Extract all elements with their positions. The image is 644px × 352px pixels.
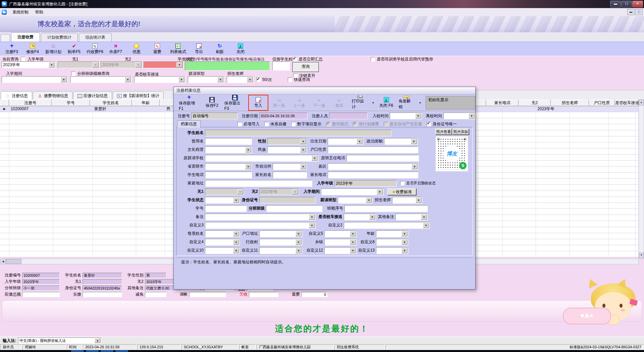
fuzzy-wrap[interactable]: 分班班级模糊查询 xyxy=(71,71,109,77)
taskbar-item[interactable] xyxy=(115,350,128,352)
dialog-save-button[interactable]: 保存F2 xyxy=(203,96,221,110)
chevron-down-icon[interactable]: ▼ xyxy=(233,197,239,203)
minimize-button[interactable]: ▬ xyxy=(610,1,621,7)
form-province-select[interactable]: ▼ xyxy=(205,163,252,170)
form-pre-collect-wrap[interactable]: 是否开启预收状态 xyxy=(400,181,436,186)
table-header-家长电话[interactable]: 家长电话 xyxy=(486,99,518,106)
chevron-down-icon[interactable]: ▼ xyxy=(416,197,422,203)
dialog-save-exit-button[interactable]: 保存退出F3 xyxy=(223,96,247,110)
chevron-down-icon[interactable]: ▼ xyxy=(125,77,131,82)
chevron-down-icon[interactable]: ▼ xyxy=(366,197,372,203)
dialog-close-button[interactable]: 关闭 F6 xyxy=(377,96,396,110)
training-checkbox-wrap[interactable]: 是否培训类学校且启用代管预存 xyxy=(371,56,433,62)
class-type-filter-select[interactable]: ▼ xyxy=(188,76,224,83)
form-custom5-select[interactable]: ▼ xyxy=(324,230,357,237)
toolbar-refund-button[interactable]: 退费 xyxy=(147,43,168,55)
toolbar-close-button[interactable]: 关闭 xyxy=(230,43,251,55)
dialog-unique-id-checkbox-wrap[interactable]: 身份证号唯一 xyxy=(427,121,457,127)
chevron-down-icon[interactable]: ▼ xyxy=(61,77,67,82)
scroll-thumb[interactable] xyxy=(6,259,21,264)
chevron-down-icon[interactable]: ▼ xyxy=(421,214,427,220)
chevron-down-icon[interactable]: ▼ xyxy=(245,164,251,169)
close-button[interactable]: ✕ xyxy=(632,1,643,7)
form-village-select[interactable]: ▼ xyxy=(259,239,302,246)
form-custom3-select[interactable]: ▼ xyxy=(205,222,316,229)
tab-summary-table[interactable]: 综合统计表 xyxy=(79,33,112,42)
perpage-checkbox[interactable] xyxy=(256,78,261,82)
form-school-bus-select[interactable]: ▼ xyxy=(344,214,376,220)
chevron-down-icon[interactable]: ▼ xyxy=(469,113,475,119)
chevron-down-icon[interactable]: ▼ xyxy=(95,338,101,343)
table-header-招生老师[interactable]: 招生老师 xyxy=(551,99,589,106)
chevron-down-icon[interactable]: ▼ xyxy=(309,214,315,220)
toolbar-make-bill-button[interactable]: 制单F5 xyxy=(64,43,85,55)
period-filter-select[interactable]: ▼ xyxy=(2,76,67,83)
row-selector[interactable] xyxy=(0,239,9,245)
toolbar-collect-fee-button[interactable]: 代收费F6 xyxy=(85,43,105,55)
dialog-init-display-button[interactable]: 初始化显示 xyxy=(426,96,475,109)
quick-checkbox[interactable] xyxy=(288,78,292,82)
row-selector[interactable] xyxy=(0,203,9,209)
grade-filter-checkbox[interactable] xyxy=(21,57,25,61)
status-filter-select[interactable]: ▼ xyxy=(144,61,183,68)
toolbar-register-button[interactable]: 注册F3 xyxy=(1,43,22,55)
form-custom6-select[interactable]: ▼ xyxy=(376,239,408,246)
chevron-down-icon[interactable]: ▼ xyxy=(176,62,182,68)
form-household-address-select[interactable]: ▼ xyxy=(259,230,302,237)
toolbar-void-button[interactable]: 作废F7 xyxy=(105,43,126,55)
form-ethnicity-select[interactable]: ▼ xyxy=(267,146,307,153)
dialog-unlock-button[interactable]: 免签解锁 xyxy=(397,96,417,110)
row-selector[interactable] xyxy=(0,215,9,221)
form-political-status-select[interactable]: ▼ xyxy=(384,138,418,145)
perpage-wrap[interactable]: 50/次 xyxy=(256,77,272,83)
dialog-unique-id-checkbox[interactable] xyxy=(427,122,431,126)
chevron-down-icon[interactable]: ▼ xyxy=(247,77,253,82)
form-student-phone-input[interactable] xyxy=(205,172,252,178)
row-selector[interactable] xyxy=(0,227,9,233)
chevron-down-icon[interactable]: ▼ xyxy=(350,239,356,245)
chevron-down-icon[interactable]: ▼ xyxy=(418,101,422,104)
chevron-down-icon[interactable]: ▼ xyxy=(300,147,306,152)
chevron-down-icon[interactable]: ▼ xyxy=(411,139,417,144)
menu-system-control[interactable]: 系统控制 xyxy=(9,9,32,16)
chevron-down-icon[interactable]: ▼ xyxy=(217,77,223,82)
row-selector[interactable] xyxy=(0,209,9,215)
tab-due-plan[interactable]: 应缴计划信息 xyxy=(73,91,112,100)
recruiter-filter-select[interactable]: ▼ xyxy=(227,76,254,83)
row-selector[interactable] xyxy=(0,130,9,136)
toolbar-export-button[interactable]: 导出 xyxy=(189,43,209,55)
row-selector[interactable] xyxy=(0,185,9,191)
chevron-down-icon[interactable]: ▼ xyxy=(401,231,408,236)
row-selector[interactable] xyxy=(0,197,9,203)
row-selector[interactable] xyxy=(0,112,9,118)
photo-view-button[interactable]: 照片查看 xyxy=(435,129,452,135)
toolbar-refresh-button[interactable]: 刷新 xyxy=(209,43,230,55)
row-selector[interactable] xyxy=(0,161,9,167)
search-input[interactable] xyxy=(185,61,270,71)
table-header-学号[interactable]: 学号 xyxy=(52,99,90,106)
form-mother-name-select[interactable]: ▼ xyxy=(205,230,240,237)
scroll-down-icon[interactable]: ▼ xyxy=(639,253,644,258)
bus-filter-select[interactable]: ▼ xyxy=(134,76,185,83)
row-selector[interactable] xyxy=(0,173,9,179)
row-selector[interactable]: ▶ xyxy=(0,106,9,112)
table-header-年龄[interactable]: 年龄 xyxy=(132,99,160,106)
table-header-学生姓名[interactable]: 学生姓名 xyxy=(90,99,132,106)
leave-time-select[interactable]: ▼ xyxy=(443,113,475,119)
form-class-type-select[interactable]: ▼ xyxy=(338,197,373,204)
row-selector[interactable] xyxy=(0,124,9,130)
chevron-down-icon[interactable]: ▼ xyxy=(401,248,408,253)
chevron-down-icon[interactable]: ▼ xyxy=(296,248,302,253)
tab-register-info[interactable]: 注册信息 xyxy=(1,91,32,100)
tab-plan-stats[interactable]: 计划收费统计 xyxy=(41,33,78,42)
chevron-down-icon[interactable]: ▼ xyxy=(309,223,315,228)
chevron-down-icon[interactable]: ▼ xyxy=(296,239,302,245)
tab-class-type-stats[interactable]: 按【就读班型】统计 xyxy=(113,91,164,100)
form-home-address-input[interactable] xyxy=(205,180,312,187)
form-previous-teacher-phone-input[interactable] xyxy=(346,155,419,162)
row-selector[interactable] xyxy=(0,142,9,148)
form-custom13-select[interactable]: ▼ xyxy=(376,247,408,254)
form-birth-date-select[interactable]: ▼ xyxy=(328,138,363,145)
maximize-button[interactable]: ▢ xyxy=(621,1,632,7)
form-town-select[interactable]: ▼ xyxy=(324,239,357,246)
